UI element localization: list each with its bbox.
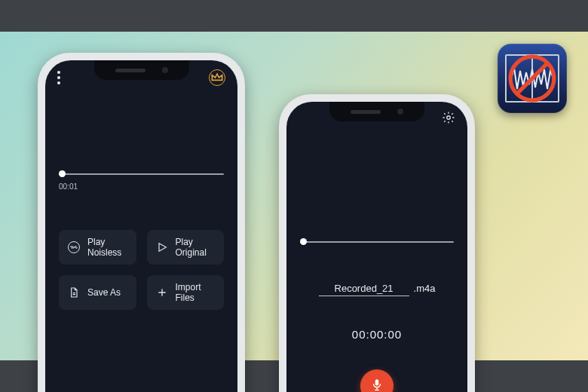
premium-crown-icon[interactable] — [209, 69, 225, 86]
svg-rect-2 — [375, 390, 379, 390]
notch — [329, 102, 424, 121]
filename-input[interactable] — [319, 283, 409, 296]
screen-right: .m4a 00:00:00 — [286, 102, 467, 392]
stage: 00:01 Play Noisless Play Original — [0, 0, 588, 392]
button-label: Save As — [87, 287, 121, 298]
notch — [94, 60, 189, 80]
phone-left: 00:01 Play Noisless Play Original — [38, 53, 245, 392]
settings-gear-icon[interactable] — [442, 111, 455, 127]
progress-right[interactable] — [300, 241, 454, 243]
filename-row: .m4a — [309, 283, 445, 296]
button-label: Import Files — [176, 282, 216, 303]
file-icon — [68, 286, 80, 299]
record-timer: 00:00:00 — [286, 328, 467, 341]
app-icon — [498, 44, 567, 113]
microphone-icon — [370, 378, 384, 392]
prohibit-icon — [501, 50, 564, 107]
wave-icon — [68, 241, 80, 253]
menu-more-icon[interactable] — [57, 71, 60, 84]
plus-icon — [156, 286, 168, 299]
progress-left[interactable]: 00:01 — [59, 173, 224, 191]
phone-right: .m4a 00:00:00 — [279, 94, 475, 392]
svg-rect-1 — [376, 388, 378, 390]
filename-ext: .m4a — [414, 283, 436, 294]
save-as-button[interactable]: Save As — [59, 275, 136, 310]
record-button[interactable] — [360, 369, 394, 392]
button-label: Play Noisless — [87, 237, 127, 258]
button-label: Play Original — [176, 237, 216, 258]
action-buttons: Play Noisless Play Original Save As — [59, 230, 224, 310]
screen-left: 00:01 Play Noisless Play Original — [45, 60, 237, 392]
play-noiseless-button[interactable]: Play Noisless — [59, 230, 136, 265]
import-files-button[interactable]: Import Files — [147, 275, 225, 310]
svg-line-4 — [517, 63, 547, 93]
elapsed-time: 00:01 — [59, 182, 224, 191]
play-original-button[interactable]: Play Original — [147, 230, 225, 265]
svg-point-0 — [447, 116, 451, 120]
play-icon — [156, 241, 168, 253]
